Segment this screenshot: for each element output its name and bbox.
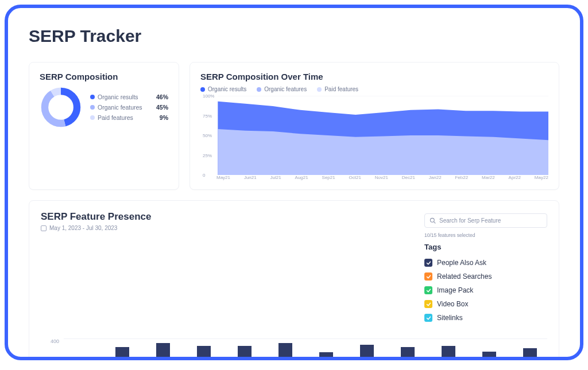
tag-label: Video Box (437, 300, 469, 308)
legend-row: Organic results46% (90, 92, 168, 102)
bar-stack[interactable] (278, 343, 292, 361)
tag-item[interactable]: Image Pack (424, 283, 547, 297)
bar-stacks (64, 338, 547, 360)
legend-item: Organic features (257, 86, 307, 92)
tag-label: Image Pack (437, 286, 473, 294)
bar-segment (523, 348, 537, 360)
y-tick: 0 (203, 173, 205, 178)
checkbox-icon (424, 286, 432, 294)
stacked-bar-chart: 4003002001000 30 Aug01 Sep03 Sep05 Sep07… (41, 338, 547, 360)
y-tick: 300 (41, 358, 59, 360)
y-tick: 75% (203, 113, 212, 118)
bar-segment (442, 346, 455, 360)
legend-label: Organic results (98, 94, 138, 100)
tag-item[interactable]: Sitelinks (424, 311, 547, 325)
y-tick: 100% (203, 94, 214, 99)
y-tick: 25% (203, 153, 212, 158)
donut-chart-wrap: Organic results46%Organic features45%Pai… (40, 86, 168, 128)
bar-stack[interactable] (238, 346, 252, 360)
tag-item[interactable]: People Also Ask (424, 256, 547, 270)
bar-stack[interactable] (442, 346, 455, 360)
card-serp-over-time: SERP Composition Over Time Organic resul… (189, 62, 559, 190)
bar-stack[interactable] (401, 347, 415, 360)
bar-segment (238, 346, 252, 360)
search-input[interactable]: Search for Serp Feature (424, 213, 547, 228)
tag-list: People Also AskRelated SearchesImage Pac… (424, 256, 547, 325)
y-tick: 50% (203, 133, 212, 138)
bar-segment (115, 347, 129, 360)
donut-chart (40, 86, 82, 128)
bar-stack[interactable] (319, 352, 333, 360)
bar-segment (319, 352, 333, 360)
area-legend: Organic resultsOrganic featuresPaid feat… (200, 86, 548, 92)
tag-label: Related Searches (437, 272, 492, 281)
area-chart: 100%75%50%25%0 (200, 96, 548, 175)
calendar-icon (41, 225, 47, 231)
donut-legend: Organic results46%Organic features45%Pai… (90, 92, 168, 123)
feature-header: SERP Feature Presence May 1, 2023 - Jul … (41, 211, 547, 325)
legend-item: Paid features (317, 86, 358, 92)
legend-value: 45% (156, 104, 168, 111)
bar-stack[interactable] (523, 348, 537, 360)
legend-label: Paid features (98, 114, 133, 121)
tag-label: Sitelinks (437, 314, 463, 322)
card-title: SERP Composition (40, 72, 168, 81)
legend-item: Organic results (200, 86, 246, 92)
legend-value: 46% (156, 94, 168, 100)
bar-segment (401, 347, 415, 360)
checkbox-icon (424, 259, 432, 267)
legend-row: Paid features9% (90, 112, 168, 123)
tag-item[interactable]: Related Searches (424, 270, 547, 283)
checkbox-icon (424, 272, 432, 281)
feature-filter-panel: Search for Serp Feature 10/15 features s… (424, 211, 547, 325)
date-range-label: May 1, 2023 - Jul 30, 2023 (49, 225, 117, 231)
selected-count: 10/15 features selected (424, 232, 547, 238)
svg-point-9 (430, 218, 434, 222)
y-tick: 400 (41, 338, 59, 344)
bar-stack[interactable] (360, 345, 374, 360)
search-placeholder: Search for Serp Feature (439, 217, 501, 224)
svg-line-10 (434, 222, 436, 224)
bar-segment (278, 360, 292, 361)
tag-item[interactable]: Video Box (424, 297, 547, 311)
bar-stack[interactable] (482, 352, 496, 361)
bar-y-axis: 4003002001000 (41, 338, 64, 360)
tag-label: People Also Ask (437, 259, 486, 267)
app-frame: SERP Tracker SERP Composition Organic re… (5, 5, 583, 360)
bar-stack[interactable] (197, 346, 211, 360)
card-serp-composition: SERP Composition Organic results46%Organ… (29, 62, 179, 190)
search-icon (430, 217, 436, 224)
bar-segment (360, 345, 374, 360)
legend-value: 9% (160, 114, 168, 121)
bar-stack[interactable] (115, 347, 129, 360)
card-title: SERP Feature Presence (41, 211, 151, 223)
bar-segment (482, 352, 496, 361)
bar-segment (156, 343, 170, 360)
tags-heading: Tags (424, 243, 547, 251)
date-range[interactable]: May 1, 2023 - Jul 30, 2023 (41, 225, 151, 231)
bar-segment (197, 346, 211, 360)
bar-stack[interactable] (156, 343, 170, 361)
bar-segment (156, 360, 170, 361)
checkbox-icon (424, 300, 432, 308)
top-row: SERP Composition Organic results46%Organ… (29, 62, 559, 190)
legend-row: Organic features45% (90, 102, 168, 112)
page-title: SERP Tracker (29, 26, 559, 46)
card-feature-presence: SERP Feature Presence May 1, 2023 - Jul … (29, 200, 559, 360)
bar-segment (278, 343, 292, 360)
checkbox-icon (424, 314, 432, 322)
legend-label: Organic features (98, 104, 142, 111)
card-title: SERP Composition Over Time (200, 72, 548, 81)
